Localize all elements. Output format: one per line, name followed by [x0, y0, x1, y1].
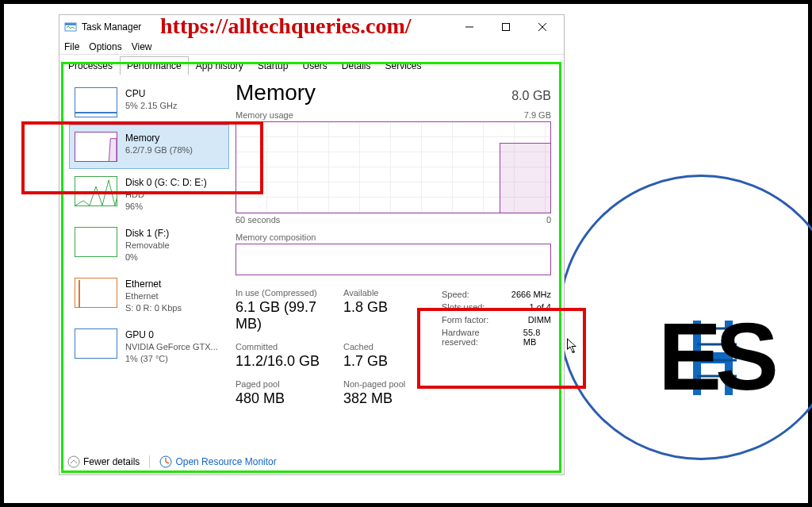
sidebar-item-sub: NVIDIA GeForce GTX...	[125, 341, 218, 353]
cursor-icon	[567, 338, 578, 354]
sidebar-item-disk0[interactable]: Disk 0 (G: C: D: E:) HDD 96%	[69, 169, 229, 220]
spec-value-speed: 2666 MHz	[511, 290, 551, 299]
tab-details[interactable]: Details	[335, 56, 378, 75]
divider	[149, 455, 150, 468]
window-title: Task Manager	[82, 21, 141, 33]
sidebar-item-ethernet[interactable]: Ethernet Ethernet S: 0 R: 0 Kbps	[69, 271, 229, 321]
sidebar-item-label: Ethernet	[125, 278, 182, 290]
stat-label-paged: Paged pool	[236, 379, 343, 389]
sidebar-item-sub: HDD	[125, 189, 207, 201]
stat-label-committed: Committed	[236, 342, 343, 351]
spec-label-slots: Slots used:	[442, 302, 485, 312]
tab-users[interactable]: Users	[295, 56, 334, 75]
performance-body: CPU 5% 2.15 GHz Memory 6.2/7.9 GB (78%)	[59, 75, 564, 469]
memory-sparkline	[75, 132, 117, 162]
stat-value-committed: 11.2/16.0 GB	[236, 353, 343, 370]
chart-label: Memory usage	[236, 110, 293, 120]
sidebar-item-sub2: 1% (37 °C)	[125, 353, 218, 365]
resource-monitor-icon	[159, 455, 172, 468]
sidebar-item-disk1[interactable]: Disk 1 (F:) Removable 0%	[69, 220, 229, 271]
tab-startup[interactable]: Startup	[251, 56, 296, 75]
axis-left: 60 seconds	[236, 215, 280, 225]
stat-label-cached: Cached	[343, 342, 423, 351]
memory-specs: Speed:2666 MHz Slots used:1 of 4 Form fa…	[442, 288, 551, 407]
spec-label-hw: Hardware reserved:	[442, 328, 508, 347]
memory-usage-chart[interactable]	[236, 121, 551, 213]
tab-services[interactable]: Services	[378, 56, 429, 75]
tab-performance[interactable]: Performance	[120, 56, 189, 75]
stat-label-inuse: In use (Compressed)	[236, 288, 343, 298]
svg-rect-1	[65, 23, 76, 25]
sidebar-item-sub2: 96%	[125, 201, 207, 213]
sidebar-item-label: CPU	[125, 87, 177, 100]
memory-stats: In use (Compressed) 6.1 GB (99.7 MB) Ava…	[236, 288, 551, 407]
tab-processes[interactable]: Processes	[61, 56, 120, 75]
sidebar-item-sub: 5% 2.15 GHz	[125, 100, 177, 112]
memory-composition-chart[interactable]	[236, 244, 551, 275]
svg-point-3	[68, 456, 79, 467]
background-logo-text: ES	[658, 302, 772, 411]
fewer-details-button[interactable]: Fewer details	[67, 455, 140, 468]
menu-view[interactable]: View	[132, 41, 152, 52]
sidebar-item-sub: Ethernet	[125, 290, 182, 302]
stat-value-inuse: 6.1 GB (99.7 MB)	[236, 299, 343, 332]
sidebar-item-label: Disk 1 (F:)	[125, 227, 170, 240]
menubar: File Options View	[59, 39, 564, 55]
sidebar-item-label: GPU 0	[125, 328, 218, 341]
fewer-details-label: Fewer details	[83, 456, 140, 467]
sidebar-item-label: Disk 0 (G: C: D: E:)	[125, 176, 207, 189]
minimize-button[interactable]	[451, 15, 488, 39]
watermark-url: https://alltechqueries.com/	[160, 13, 412, 39]
close-button[interactable]	[524, 15, 561, 39]
stat-value-available: 1.8 GB	[343, 299, 423, 316]
gpu-sparkline	[75, 328, 117, 359]
stat-value-cached: 1.7 GB	[343, 353, 423, 370]
cpu-sparkline	[75, 87, 117, 117]
axis-right: 0	[546, 215, 551, 225]
spec-value-form: DIMM	[528, 315, 551, 325]
sidebar-item-sub2: S: 0 R: 0 Kbps	[125, 302, 182, 314]
menu-options[interactable]: Options	[89, 41, 121, 52]
app-icon	[64, 21, 77, 33]
disk1-sparkline	[75, 227, 117, 257]
sidebar-item-sub: Removable	[125, 240, 170, 252]
orm-label: Open Resource Monitor	[175, 456, 276, 467]
sidebar-item-memory[interactable]: Memory 6.2/7.9 GB (78%)	[69, 125, 229, 169]
spec-value-slots: 1 of 4	[529, 302, 551, 312]
footer: Fewer details Open Resource Monitor	[67, 455, 277, 468]
ethernet-sparkline	[75, 278, 117, 308]
stat-value-nonpaged: 382 MB	[343, 390, 423, 407]
window-controls	[451, 15, 561, 39]
menu-file[interactable]: File	[64, 41, 79, 52]
sidebar-item-cpu[interactable]: CPU 5% 2.15 GHz	[69, 80, 229, 125]
sidebar-item-gpu0[interactable]: GPU 0 NVIDIA GeForce GTX... 1% (37 °C)	[69, 321, 229, 372]
tabs: Processes Performance App history Startu…	[59, 56, 564, 75]
sidebar-item-label: Memory	[125, 132, 193, 144]
stat-label-nonpaged: Non-paged pool	[343, 379, 423, 389]
memory-capacity: 8.0 GB	[511, 89, 551, 103]
spec-value-hw: 55.8 MB	[523, 328, 551, 347]
tab-app-history[interactable]: App history	[189, 56, 251, 75]
composition-label: Memory composition	[236, 232, 551, 242]
maximize-button[interactable]	[488, 15, 524, 39]
stat-label-available: Available	[343, 288, 423, 298]
performance-sidebar: CPU 5% 2.15 GHz Memory 6.2/7.9 GB (78%)	[59, 75, 229, 469]
sidebar-item-sub: 6.2/7.9 GB (78%)	[125, 144, 193, 156]
stat-value-paged: 480 MB	[236, 390, 343, 407]
spec-label-speed: Speed:	[442, 290, 469, 299]
performance-main: Memory 8.0 GB Memory usage 7.9 GB 60 sec…	[229, 75, 564, 469]
spec-label-form: Form factor:	[442, 315, 488, 325]
disk0-sparkline	[75, 176, 117, 206]
svg-rect-2	[503, 24, 510, 31]
chevron-up-circle-icon	[67, 455, 80, 468]
chart-fill	[500, 143, 550, 213]
page-title: Memory	[236, 80, 316, 106]
sidebar-item-sub2: 0%	[125, 252, 170, 263]
chart-ymax: 7.9 GB	[524, 110, 551, 120]
task-manager-window: Task Manager File Options View Processes…	[59, 14, 565, 475]
open-resource-monitor-link[interactable]: Open Resource Monitor	[159, 455, 276, 468]
